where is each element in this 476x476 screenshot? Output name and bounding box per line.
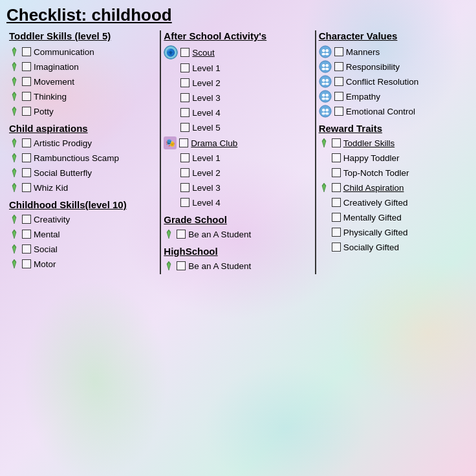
label-physically-gifted: Physically Gifted <box>343 228 408 237</box>
checkbox-whiz-kid[interactable] <box>22 183 31 192</box>
svg-point-52 <box>322 94 325 97</box>
svg-point-40 <box>325 53 329 56</box>
grade-school-list: Be an A Student <box>164 228 312 241</box>
checkbox-mentally-gifted[interactable] <box>332 213 341 222</box>
label-rambunctious-scamp: Rambunctious Scamp <box>34 153 119 163</box>
level-checkbox-drama-0[interactable] <box>180 153 189 162</box>
level-checkbox-drama-2[interactable] <box>180 183 189 192</box>
svg-point-50 <box>325 83 329 85</box>
level-checkbox-scout-2[interactable] <box>180 93 189 102</box>
item-rambunctious-scamp: Rambunctious Scamp <box>9 151 157 164</box>
checkbox-creatively-gifted[interactable] <box>332 198 341 207</box>
level-item-scout-2: Level 3 <box>180 91 312 104</box>
checkbox-be-a-student-gs[interactable] <box>177 230 186 239</box>
label-motor: Motor <box>34 259 56 269</box>
char-item-emotional-control: Emotional Control <box>319 105 467 118</box>
char-item-conflict-resolution: Conflict Resolution <box>319 75 467 88</box>
svg-point-55 <box>325 98 329 100</box>
checkbox-artistic-prodigy[interactable] <box>22 138 31 147</box>
char-checkbox-emotional-control[interactable] <box>334 107 343 116</box>
svg-point-56 <box>319 105 331 117</box>
checkbox-creativity[interactable] <box>22 215 31 224</box>
char-checkbox-conflict-resolution[interactable] <box>334 77 343 86</box>
scout-checkbox[interactable] <box>180 48 189 57</box>
level-checkbox-scout-0[interactable] <box>180 63 189 72</box>
level-checkbox-drama-3[interactable] <box>180 198 189 207</box>
label-social: Social <box>34 244 58 254</box>
item-physically-gifted: Physically Gifted <box>319 226 467 239</box>
level-item-drama-0: Level 1 <box>180 151 312 164</box>
scout-levels-list: Level 1Level 2Level 3Level 4Level 5 <box>164 61 312 134</box>
checkbox-physically-gifted[interactable] <box>332 228 341 237</box>
item-child-aspiration: Child Aspiration <box>319 181 467 194</box>
checkbox-movement[interactable] <box>22 77 31 86</box>
leaf-icon <box>9 168 19 178</box>
level-checkbox-scout-4[interactable] <box>180 123 189 132</box>
char-label-responsibility: Responsibility <box>346 62 400 72</box>
leaf-icon <box>9 182 19 193</box>
char-label-empathy: Empathy <box>346 92 380 102</box>
label-creatively-gifted: Creatively Gifted <box>343 198 408 208</box>
character-values-list: Manners Responsibility Conflict Resoluti… <box>319 45 467 118</box>
checkbox-be-a-student-hs[interactable] <box>177 261 186 270</box>
level-label-scout-0: Level 1 <box>192 63 221 73</box>
leaf-icon <box>9 106 19 116</box>
checkbox-communication[interactable] <box>22 47 31 56</box>
label-whiz-kid: Whiz Kid <box>34 183 68 193</box>
level-checkbox-scout-1[interactable] <box>180 78 189 87</box>
checkbox-socially-gifted[interactable] <box>332 243 341 252</box>
checkbox-imagination[interactable] <box>22 62 31 71</box>
aspirations-list: Artistic Prodigy Rambunctious Scamp Soci… <box>9 136 157 194</box>
svg-point-42 <box>322 64 325 67</box>
label-communication: Communication <box>34 47 94 57</box>
svg-point-58 <box>325 109 329 112</box>
scout-item: 🔵 ⚜ Scout <box>164 45 312 60</box>
checkbox-potty[interactable] <box>22 107 31 116</box>
checkbox-toddler-skills[interactable] <box>332 138 341 147</box>
checkbox-mental[interactable] <box>22 230 31 239</box>
item-socially-gifted: Socially Gifted <box>319 241 467 254</box>
character-values-icon <box>319 75 332 88</box>
level-label-drama-1: Level 2 <box>192 168 221 178</box>
high-school-header: HighSchool <box>164 246 312 257</box>
checkbox-happy-toddler[interactable] <box>332 153 341 162</box>
label-creativity: Creativity <box>34 215 70 224</box>
char-checkbox-empathy[interactable] <box>334 92 343 101</box>
character-values-icon <box>319 45 332 58</box>
checkbox-social[interactable] <box>22 244 31 254</box>
char-checkbox-manners[interactable] <box>334 47 343 56</box>
drama-club-checkbox[interactable] <box>179 138 188 147</box>
checkbox-child-aspiration[interactable] <box>332 183 341 192</box>
level-item-drama-2: Level 3 <box>180 181 312 194</box>
checkbox-motor[interactable] <box>22 259 31 268</box>
level-checkbox-drama-1[interactable] <box>180 168 189 177</box>
checkbox-social-butterfly[interactable] <box>22 168 31 177</box>
svg-point-60 <box>325 113 329 115</box>
checkbox-top-notch-toddler[interactable] <box>332 168 341 177</box>
item-artistic-prodigy: Artistic Prodigy <box>9 136 157 149</box>
level-label-scout-2: Level 3 <box>192 93 221 103</box>
leaf-icon <box>9 76 19 87</box>
leaf-icon <box>9 244 19 254</box>
leaf-icon <box>164 261 174 271</box>
checkbox-thinking[interactable] <box>22 92 31 101</box>
char-item-manners: Manners <box>319 45 467 58</box>
item-top-notch-toddler: Top-Notch Todler <box>319 166 467 179</box>
level-checkbox-scout-3[interactable] <box>180 108 189 117</box>
checkbox-rambunctious-scamp[interactable] <box>22 153 31 162</box>
svg-point-46 <box>319 76 331 87</box>
svg-point-39 <box>321 53 325 56</box>
svg-text:🎭: 🎭 <box>166 138 175 147</box>
high-school-list: Be an A Student <box>164 259 312 272</box>
col-after-school: After School Activity's 🔵 ⚜ Scout Level … <box>161 30 316 274</box>
svg-point-37 <box>322 49 325 52</box>
item-creatively-gifted: Creatively Gifted <box>319 196 467 209</box>
level-label-scout-4: Level 5 <box>192 123 221 133</box>
item-social-butterfly: Social Butterfly <box>9 166 157 179</box>
drama-icon: 🎭 <box>164 136 177 149</box>
page-title: Checklist: childhood <box>6 5 470 25</box>
item-motor: Motor <box>9 257 157 270</box>
char-checkbox-responsibility[interactable] <box>334 62 343 71</box>
childhood-skills-list: Creativity Mental Social Motor <box>9 213 157 270</box>
toddler-skills-list: Communication Imagination Movement Think… <box>9 45 157 118</box>
